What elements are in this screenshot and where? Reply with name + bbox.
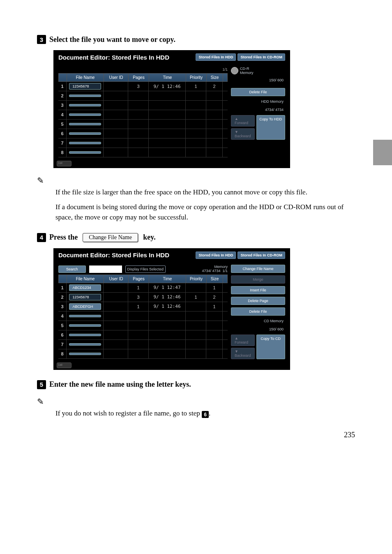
shot2-side-panel: Change File Name Merge Insert File Delet… xyxy=(228,265,285,359)
table-row: 8 xyxy=(58,349,228,359)
delete-file-button[interactable]: Delete File xyxy=(231,88,285,96)
note-icon: ✎ xyxy=(37,175,355,185)
disc-icon xyxy=(231,67,238,74)
table-row[interactable]: 1 12345678 3 9/ 1 12:46 1 2 xyxy=(58,82,228,91)
table-row: 6 xyxy=(58,330,228,340)
copy-to-cd-button[interactable]: Copy To CD xyxy=(256,335,285,359)
step-reference-6: 6 xyxy=(202,411,209,418)
memory-label: Memory xyxy=(202,265,228,269)
delete-file-button[interactable]: Delete File xyxy=(231,307,285,316)
table-row: 5 xyxy=(58,120,228,129)
table-row[interactable]: 2 12345678 3 9/ 1 12:46 1 2 xyxy=(58,293,228,302)
insert-file-button[interactable]: Insert File xyxy=(231,286,285,294)
page-tab-indicator: 1st xyxy=(57,161,71,166)
section-thumb-tab xyxy=(373,140,392,165)
col-filename: File Name xyxy=(67,74,104,81)
step-3-number: 3 xyxy=(37,35,46,44)
note-text-2: If a document is being stored during the… xyxy=(55,202,355,223)
file-entry[interactable]: 12345678 xyxy=(69,83,101,90)
page-tab-indicator: 1st xyxy=(57,362,71,368)
table-row[interactable]: 3 ABCDEFGH 1 9/ 1 12:46 1 xyxy=(58,302,228,312)
shot1-page-indicator: 1/1 xyxy=(222,67,228,72)
step-5-heading: 5 Enter the new file name using the lett… xyxy=(37,380,355,389)
table-row: 4 xyxy=(58,110,228,120)
shot2-table-header: File Name User ID Pages Time Priority Si… xyxy=(58,275,228,283)
shot1-header: Document Editor: Stored Files In HDD Sto… xyxy=(54,51,289,63)
hdd-memory-value: 4734/ 4734 xyxy=(231,107,285,113)
note-text-1: If the file size is larger than the free… xyxy=(55,187,355,198)
screenshot-2: Document Editor: Stored Files In HDD Sto… xyxy=(53,248,290,370)
table-row: 8 xyxy=(58,148,228,157)
file-entry[interactable]: 12345678 xyxy=(69,294,101,300)
col-time: Time xyxy=(149,74,186,81)
copy-to-hdd-button[interactable]: Copy To HDD xyxy=(256,115,285,140)
backward-button[interactable]: ▼ Backward xyxy=(231,348,255,359)
step-4-heading: 4 Press the Change File Name key. xyxy=(37,233,355,242)
shot1-tab-hdd[interactable]: Stored Files In HDD xyxy=(196,53,236,61)
table-row: 2 xyxy=(58,91,228,101)
step-5-number: 5 xyxy=(37,380,46,389)
shot1-title: Document Editor: Stored Files In HDD xyxy=(58,54,169,61)
note-text-3: If you do not wish to register a file na… xyxy=(55,408,355,419)
shot2-title: Document Editor: Stored Files In HDD xyxy=(58,252,169,259)
file-entry[interactable]: ABCD1234 xyxy=(69,284,101,291)
step-3-text: Select the file you want to move or copy… xyxy=(49,35,175,44)
table-row: 6 xyxy=(58,129,228,138)
delete-page-button[interactable]: Delete Page xyxy=(231,297,285,305)
forward-button[interactable]: ▲ Forward xyxy=(231,335,255,346)
search-input[interactable] xyxy=(89,265,122,273)
step-4-text-post: key. xyxy=(143,233,156,242)
shot2-tab-cdrom[interactable]: Stored Files In CD-ROM xyxy=(238,252,285,259)
table-row: 4 xyxy=(58,312,228,321)
shot1-side-panel: CD-R Memory 150/ 600 Delete File HDD Mem… xyxy=(228,67,285,140)
memory-value: 4734/ 4734 xyxy=(202,269,220,273)
col-pages: Pages xyxy=(129,74,149,81)
shot2-tab-hdd[interactable]: Stored Files In HDD xyxy=(196,252,236,259)
col-userid: User ID xyxy=(104,74,129,81)
shot1-tab-cdrom[interactable]: Stored Files In CD-ROM xyxy=(238,53,285,61)
step-4-text-pre: Press the xyxy=(49,233,78,242)
col-size: Size xyxy=(207,74,223,81)
table-row[interactable]: 1 ABCD1234 1 9/ 1 12:47 1 xyxy=(58,283,228,293)
search-button[interactable]: Search xyxy=(58,265,86,273)
backward-button[interactable]: ▼ Backward xyxy=(231,128,255,140)
cdr-memory-label: CD-R Memory xyxy=(240,67,254,75)
screenshot-1: Document Editor: Stored Files In HDD Sto… xyxy=(53,50,290,168)
shot2-header: Document Editor: Stored Files In HDD Sto… xyxy=(54,249,289,261)
shot1-table-header: File Name User ID Pages Time Priority Si… xyxy=(58,73,228,82)
step-4-number: 4 xyxy=(37,233,46,242)
shot1-table-body: 1 12345678 3 9/ 1 12:46 1 2 2 3 4 5 6 7 … xyxy=(58,82,228,157)
table-row: 7 xyxy=(58,138,228,148)
table-row: 5 xyxy=(58,321,228,330)
col-priority: Priority xyxy=(186,74,207,81)
table-row: 7 xyxy=(58,340,228,349)
page-number: 235 xyxy=(37,431,355,439)
cd-memory-label: CD Memory xyxy=(231,318,285,324)
change-file-name-key: Change File Name xyxy=(83,233,138,242)
shot2-table-body: 1 ABCD1234 1 9/ 1 12:47 1 2 12345678 3 9… xyxy=(58,283,228,359)
table-row: 3 xyxy=(58,101,228,110)
cdr-memory-value: 150/ 600 xyxy=(231,77,285,83)
step-3-heading: 3 Select the file you want to move or co… xyxy=(37,35,355,44)
merge-button[interactable]: Merge xyxy=(231,275,285,284)
change-file-name-button[interactable]: Change File Name xyxy=(231,265,285,273)
forward-button[interactable]: ▲ Forward xyxy=(231,115,255,127)
cd-memory-value: 150/ 600 xyxy=(231,326,285,332)
note-icon: ✎ xyxy=(37,397,355,406)
hdd-memory-label: HDD Memory xyxy=(231,99,285,104)
shot2-page-indicator: 1/1 xyxy=(222,269,228,273)
display-files-selected-button[interactable]: Display Files Selected xyxy=(125,265,166,273)
file-entry[interactable]: ABCDEFGH xyxy=(69,303,101,310)
step-5-text: Enter the new file name using the letter… xyxy=(49,380,191,389)
